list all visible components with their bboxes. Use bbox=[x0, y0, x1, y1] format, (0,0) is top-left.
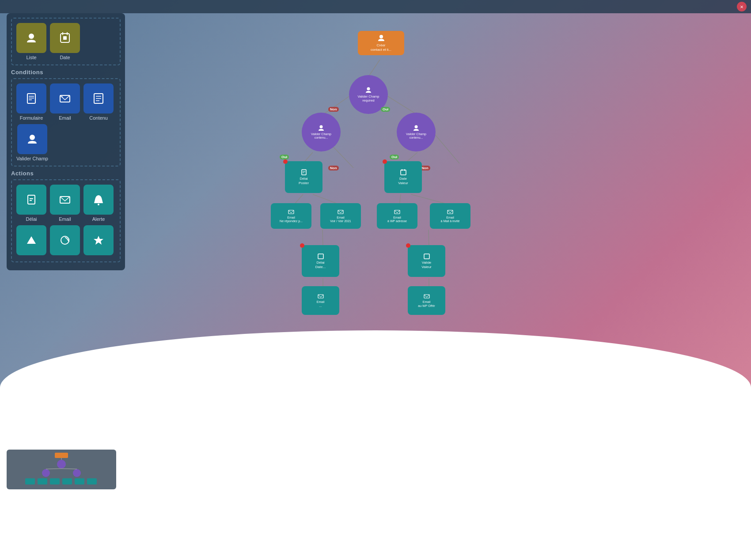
svg-line-37 bbox=[61, 469, 77, 469]
sidebar-item-formulaire[interactable]: Formulaire bbox=[16, 83, 46, 121]
svg-rect-29 bbox=[25, 478, 35, 484]
svg-line-44 bbox=[435, 135, 459, 163]
svg-point-53 bbox=[379, 35, 383, 38]
thumbnail-svg bbox=[13, 452, 110, 487]
svg-rect-2 bbox=[63, 36, 67, 40]
actions-grid: Délai Email Alerte bbox=[16, 185, 115, 257]
svg-point-27 bbox=[42, 469, 50, 477]
svg-rect-5 bbox=[27, 94, 35, 103]
email-cond-icon-btn bbox=[50, 83, 80, 114]
svg-line-49 bbox=[322, 230, 323, 247]
action4-icon-btn bbox=[16, 225, 46, 255]
svg-rect-68 bbox=[424, 254, 429, 259]
svg-rect-60 bbox=[401, 170, 406, 175]
sidebar: Liste Date Conditions bbox=[7, 13, 125, 270]
svg-rect-67 bbox=[318, 254, 323, 259]
conditions-box: Formulaire Email bbox=[11, 78, 121, 166]
svg-line-38 bbox=[368, 60, 380, 77]
error-dot-delai1 bbox=[283, 159, 288, 164]
alerte-icon-btn bbox=[83, 185, 114, 215]
sidebar-item-valider-champ[interactable]: Valider Champ bbox=[16, 124, 48, 161]
node-date1[interactable]: DateValeur bbox=[384, 161, 422, 193]
valider-champ-label: Valider Champ bbox=[16, 156, 48, 161]
node-email1[interactable]: EmailNe répondez p... bbox=[271, 203, 311, 229]
node-email6[interactable]: Emailau WP Offrir bbox=[408, 286, 445, 315]
flow-canvas: Créercontact et li... Valider Champrequi… bbox=[128, 13, 751, 560]
email-cond-label: Email bbox=[59, 115, 71, 121]
sidebar-item-contenu[interactable]: Contenu bbox=[83, 83, 114, 121]
badge-vc1-non: Non bbox=[328, 107, 339, 112]
action6-icon-btn bbox=[83, 225, 114, 255]
badge-vc3-oui: Oui bbox=[390, 155, 399, 159]
sidebar-item-delai[interactable]: Délai bbox=[16, 185, 46, 222]
sidebar-item-alerte[interactable]: Alerte bbox=[83, 185, 114, 222]
svg-rect-16 bbox=[28, 195, 35, 204]
sidebar-item-action4[interactable] bbox=[16, 225, 46, 257]
sidebar-item-date[interactable]: Date bbox=[50, 23, 80, 60]
valider-champ-icon-btn bbox=[17, 124, 47, 154]
node-delai2[interactable]: DélaiDate... bbox=[302, 245, 339, 277]
delai-label: Délai bbox=[26, 216, 37, 222]
svg-line-36 bbox=[46, 469, 61, 469]
svg-rect-30 bbox=[38, 478, 47, 484]
contenu-icon-btn bbox=[83, 83, 114, 114]
svg-rect-25 bbox=[55, 453, 68, 458]
sidebar-item-action5[interactable] bbox=[50, 225, 80, 257]
svg-point-55 bbox=[320, 125, 323, 128]
sidebar-item-email-action[interactable]: Email bbox=[50, 185, 80, 222]
svg-rect-31 bbox=[50, 478, 60, 484]
top-items-grid: Liste Date bbox=[16, 23, 115, 60]
svg-rect-34 bbox=[87, 478, 97, 484]
thumbnail-preview bbox=[7, 450, 116, 489]
svg-point-28 bbox=[73, 469, 81, 477]
formulaire-icon-btn bbox=[16, 83, 46, 114]
node-vc2[interactable]: Valider Champcontenu... bbox=[302, 113, 341, 151]
top-bar: × bbox=[0, 0, 751, 13]
sidebar-item-liste[interactable]: Liste bbox=[16, 23, 46, 60]
alerte-label: Alerte bbox=[92, 216, 105, 222]
liste-label: Liste bbox=[26, 55, 36, 60]
svg-marker-21 bbox=[27, 236, 36, 244]
svg-point-26 bbox=[57, 460, 66, 469]
contenu-label: Contenu bbox=[89, 115, 108, 121]
svg-marker-24 bbox=[94, 236, 103, 245]
node-email2[interactable]: EmailVoir / Voir 2021 bbox=[320, 203, 361, 229]
conditions-title: Conditions bbox=[11, 69, 121, 76]
error-dot-date1 bbox=[383, 159, 387, 164]
badge-vc1-oui: Oui bbox=[381, 107, 390, 112]
node-email5[interactable]: Email... bbox=[302, 286, 339, 315]
formulaire-label: Formulaire bbox=[20, 115, 43, 121]
error-dot-delai2 bbox=[300, 243, 304, 248]
email-action-label: Email bbox=[59, 216, 71, 222]
svg-rect-57 bbox=[302, 170, 306, 175]
sidebar-item-action6[interactable] bbox=[83, 225, 114, 257]
email-action-icon-btn bbox=[50, 185, 80, 215]
conditions-grid: Formulaire Email bbox=[16, 83, 115, 161]
node-vc3[interactable]: Valider Champcontenu... bbox=[397, 113, 436, 151]
date-icon-btn bbox=[50, 23, 80, 53]
svg-line-50 bbox=[429, 230, 429, 247]
node-email3[interactable]: Emailà WP adresse bbox=[377, 203, 417, 229]
node-valide1[interactable]: ValideValeur bbox=[408, 245, 445, 277]
svg-rect-32 bbox=[62, 478, 72, 484]
actions-title: Actions bbox=[11, 170, 121, 177]
svg-line-39 bbox=[322, 95, 351, 115]
actions-box: Délai Email Alerte bbox=[11, 179, 121, 262]
svg-point-0 bbox=[29, 34, 34, 39]
svg-point-15 bbox=[30, 135, 35, 140]
badge-vc2-non: Non bbox=[328, 166, 339, 170]
sidebar-item-email-cond[interactable]: Email bbox=[50, 83, 80, 121]
badge-vc2-oui: Oui bbox=[280, 155, 289, 159]
svg-line-40 bbox=[386, 95, 417, 115]
node-email4[interactable]: Emailà Mail à invité bbox=[430, 203, 470, 229]
top-items-box: Liste Date bbox=[11, 18, 121, 65]
error-dot-valide1 bbox=[406, 243, 410, 248]
date-label: Date bbox=[60, 55, 70, 60]
node-delai1[interactable]: DélaiPoster bbox=[285, 161, 322, 193]
svg-point-20 bbox=[98, 204, 99, 205]
svg-point-54 bbox=[367, 87, 370, 91]
delai-icon-btn bbox=[16, 185, 46, 215]
close-button[interactable]: × bbox=[737, 2, 747, 11]
node-start[interactable]: Créercontact et li... bbox=[358, 31, 404, 55]
action5-icon-btn bbox=[50, 225, 80, 255]
